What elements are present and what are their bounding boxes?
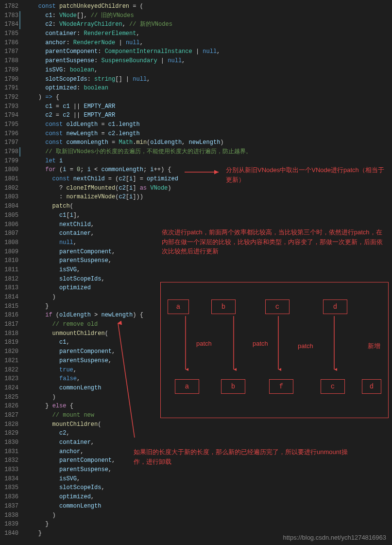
annotation-2: 依次进行patch，前面两个效率都比较高，当比较第三个时，依然进行patch，在…: [162, 228, 385, 256]
code-line[interactable]: parentSuspense,: [24, 465, 392, 475]
code-line[interactable]: const patchUnkeyedChildren = (: [24, 2, 392, 11]
code-line[interactable]: : normalizeVNode(c2[i])): [24, 193, 392, 202]
node-top-d: d: [323, 299, 347, 314]
code-line[interactable]: ? cloneIfMounted(c2[i] as VNode): [24, 184, 392, 193]
code-line[interactable]: isSVG: boolean,: [24, 66, 392, 75]
node-bot-f: f: [269, 379, 293, 394]
patch-label-2: patch: [253, 339, 268, 349]
annotation-3: 如果旧的长度大于新的长度，那么新的已经遍历完了，所以要进行unmount操作，进…: [134, 447, 357, 466]
code-line[interactable]: }: [24, 520, 392, 529]
new-add-label: 新增: [368, 341, 380, 351]
node-bot-d: d: [362, 379, 381, 394]
code-line[interactable]: ): [24, 511, 392, 520]
code-line[interactable]: c2: VNodeArrayChildren, // 新的VNodes: [24, 20, 392, 29]
node-bot-b: b: [221, 379, 245, 394]
code-line[interactable]: container,: [24, 438, 392, 447]
watermark: https://blog.csdn.net/ych1274816963: [283, 534, 387, 541]
code-line[interactable]: slotScopeIds: string[] | null,: [24, 75, 392, 84]
node-bot-c: c: [321, 379, 345, 394]
code-line[interactable]: isSVG,: [24, 265, 392, 275]
node-top-b: b: [211, 299, 236, 314]
node-bot-a: a: [175, 379, 199, 394]
code-line[interactable]: c2 = c2 || EMPTY_ARR: [24, 111, 392, 120]
code-line[interactable]: ) => {: [24, 93, 392, 102]
code-line[interactable]: optimized: boolean: [24, 84, 392, 93]
patch-label-3: patch: [298, 341, 313, 351]
code-line[interactable]: optimized,: [24, 492, 392, 502]
code-line[interactable]: parentComponent: ComponentInternalInstan…: [24, 47, 392, 56]
code-line[interactable]: const oldLength = c1.length: [24, 120, 392, 129]
code-line[interactable]: mountChildren(: [24, 420, 392, 429]
node-top-c: c: [265, 299, 290, 314]
code-line[interactable]: const commonLength = Math.min(oldLength,…: [24, 138, 392, 147]
code-line[interactable]: c2,: [24, 429, 392, 438]
annotation-1: 分别从新旧VNodes中取出一个VNode进行patch（相当于更新）: [226, 165, 386, 184]
code-line[interactable]: // 取新旧VNodes小的长度的去遍历，不能使用长度大的进行遍历，防止越界。: [24, 147, 392, 157]
code-line[interactable]: const newLength = c2.length: [24, 129, 392, 139]
patch-label-1: patch: [196, 339, 212, 349]
code-line[interactable]: c1: VNode[], // 旧的VNodes: [24, 11, 392, 20]
code-line[interactable]: slotScopeIds,: [24, 483, 392, 492]
code-line[interactable]: commonLength: [24, 502, 392, 511]
code-line[interactable]: parentSuspense: SuspenseBoundary | null,: [24, 56, 392, 66]
code-line[interactable]: anchor: RendererNode | null,: [24, 38, 392, 48]
code-line[interactable]: container: RendererElement,: [24, 29, 392, 38]
code-line[interactable]: isSVG,: [24, 475, 392, 484]
node-top-a: a: [168, 299, 189, 314]
code-line[interactable]: c1[i],: [24, 211, 392, 220]
code-line[interactable]: parentSuspense,: [24, 256, 392, 265]
code-line[interactable]: let i: [24, 157, 392, 166]
line-number-gutter: 1782178317841785178617871788178917901791…: [0, 0, 24, 545]
code-line[interactable]: patch(: [24, 202, 392, 211]
code-line[interactable]: c1 = c1 || EMPTY_ARR: [24, 102, 392, 111]
